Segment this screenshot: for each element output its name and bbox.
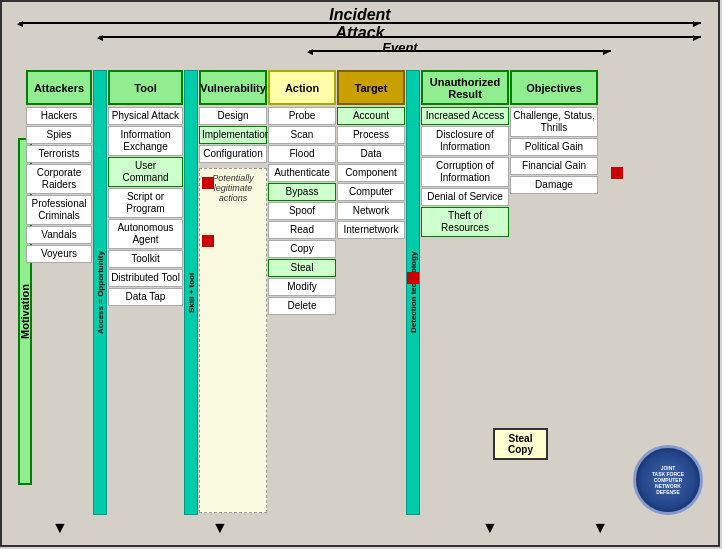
action-item: Modify [268,278,336,296]
attackers-item: Professional Criminals [26,195,92,225]
obj-item: Damage [510,176,598,194]
diagram-grid: Motivation Attackers Hackers Spies Terro… [10,70,710,515]
ur-item-increased-access: Increased Access [421,107,509,125]
target-item: Component [337,164,405,182]
bottom-arrow-far-right: ▼ [592,519,608,537]
action-col: Action Probe Scan Flood Authenticate Byp… [268,70,336,515]
tool-item: Distributed Tool [108,269,183,287]
action-list: Probe Scan Flood Authenticate Bypass Spo… [268,105,336,515]
target-item-account: Account [337,107,405,125]
red-indicator-3 [407,272,419,284]
vulnerability-header: Vulnerability [199,70,267,105]
bottom-arrow-left: ▼ [52,519,68,537]
tool-item-user-command: User Command [108,157,183,187]
steal-copy-label: Steal Copy [508,433,533,455]
detection-bar: Detection technology [406,70,420,515]
ur-item: Disclosure of Information [421,126,509,156]
action-item-bypass: Bypass [268,183,336,201]
action-item: Flood [268,145,336,163]
bottom-arrow-mid: ▼ [212,519,228,537]
attackers-item: Vandals [26,226,92,244]
vulnerability-item: Configuration [199,145,267,163]
jtf-seal: JOINTTASK FORCECOMPUTERNETWORKDEFENSE [633,445,703,515]
attackers-list: Hackers Spies Terrorists Corporate Raide… [26,105,92,515]
red-indicator-1 [202,235,214,247]
unauthorized-result-header: Unauthorized Result [421,70,509,105]
action-item: Copy [268,240,336,258]
attackers-item: Spies [26,126,92,144]
detection-bar-area: Detection technology [406,70,420,515]
tool-item: Information Exchange [108,126,183,156]
obj-item: Challenge, Status, Thrills [510,107,598,137]
objectives-header: Objectives [510,70,598,105]
vulnerability-list: Design Implementation Configuration Pote… [199,105,267,515]
vulnerability-item-impl: Implementation [199,126,267,144]
target-item: Process [337,126,405,144]
target-item: Internetwork [337,221,405,239]
ur-item-theft: Theft of Resources [421,207,509,237]
obj-item: Political Gain [510,138,598,156]
skill-bar: Skill + tool [184,70,198,515]
red-indicator-2 [202,177,214,189]
vulnerability-col: Vulnerability Design Implementation Conf… [199,70,267,515]
tool-col: Tool Physical Attack Information Exchang… [108,70,183,515]
event-arrow: ◄ ► [309,50,611,52]
target-list: Account Process Data Component Computer … [337,105,405,515]
target-item: Network [337,202,405,220]
access-bar-area: Access = Opportunity [93,70,107,515]
action-item: Spoof [268,202,336,220]
bottom-arrow-right: ▼ [482,519,498,537]
tool-item: Physical Attack [108,107,183,125]
target-col: Target Account Process Data Component Co… [337,70,405,515]
steal-copy-box: Steal Copy [493,428,548,460]
tool-item: Autonomous Agent [108,219,183,249]
ur-item: Denial of Service [421,188,509,206]
target-item: Computer [337,183,405,201]
attackers-item: Terrorists [26,145,92,163]
red-indicator-4 [611,167,623,179]
action-item: Probe [268,107,336,125]
attackers-header: Attackers [26,70,92,105]
target-item: Data [337,145,405,163]
action-item-authenticate: Authenticate [268,164,336,182]
tool-item: Data Tap [108,288,183,306]
attack-arrow: ◄ ► [99,36,701,38]
potentially-legitimate: Potentially legitimate actions [199,168,267,513]
attackers-item: Hackers [26,107,92,125]
action-item: Read [268,221,336,239]
tool-list: Physical Attack Information Exchange Use… [108,105,183,515]
action-item: Delete [268,297,336,315]
jtf-text: JOINTTASK FORCECOMPUTERNETWORKDEFENSE [650,463,686,497]
vulnerability-item: Design [199,107,267,125]
incident-arrow: ◄ ► [19,22,701,24]
arrow-area: ◄ ► ◄ ► ◄ ► [14,10,706,65]
attackers-item: Corporate Raiders [26,164,92,194]
obj-item: Financial Gain [510,157,598,175]
action-header: Action [268,70,336,105]
action-item: Scan [268,126,336,144]
attackers-col: Attackers Hackers Spies Terrorists Corpo… [26,70,92,515]
skill-bar-area: Skill + tool [184,70,198,515]
tool-item: Toolkit [108,250,183,268]
attackers-item: Voyeurs [26,245,92,263]
tool-header: Tool [108,70,183,105]
target-header: Target [337,70,405,105]
access-bar: Access = Opportunity [93,70,107,515]
action-item-steal: Steal [268,259,336,277]
ur-item: Corruption of Information [421,157,509,187]
main-container: Incident Attack Event ◄ ► ◄ ► ◄ ► Motiva… [0,0,720,547]
tool-item: Script or Program [108,188,183,218]
